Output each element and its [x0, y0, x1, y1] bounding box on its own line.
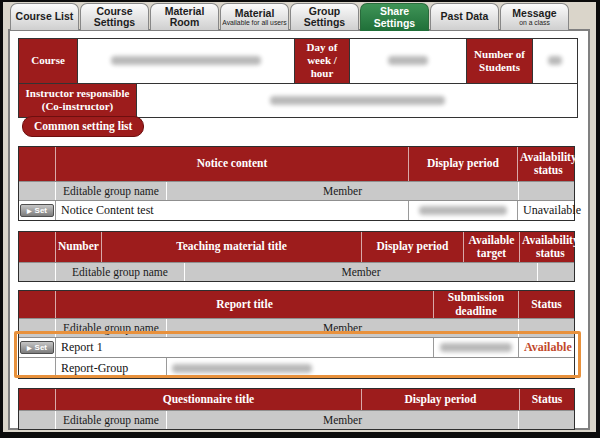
questionnaire-subheader-row: Editable group name Member — [19, 410, 574, 429]
day-of-week-value — [349, 39, 466, 83]
notice-set-button[interactable]: ▶Set — [20, 204, 54, 217]
tab-message[interactable]: Message on a class — [500, 3, 569, 30]
empty-cell — [19, 411, 55, 429]
course-value — [77, 39, 294, 83]
report-title-cell: Report 1 — [55, 338, 433, 357]
report-group-name-cell: Report-Group — [55, 358, 166, 378]
editable-group-name-header: Editable group name — [55, 263, 184, 281]
report-group-member-cell — [166, 358, 574, 378]
tab-course-settings[interactable]: Course Settings — [80, 3, 149, 30]
course-label: Course — [19, 39, 77, 83]
students-value — [532, 39, 577, 83]
play-icon: ▶ — [27, 208, 32, 214]
notice-period-cell — [408, 201, 517, 220]
set-button-label: Set — [35, 206, 47, 215]
redacted-text — [172, 364, 312, 373]
member-header: Member — [166, 182, 518, 200]
report-group-row: Report-Group — [19, 357, 574, 378]
display-period-header: Display period — [408, 147, 517, 181]
instructor-value — [136, 84, 577, 117]
empty-cell — [19, 182, 55, 200]
tab-share-settings[interactable]: Share Settings — [360, 3, 429, 31]
empty-header-cell — [19, 291, 55, 318]
editable-group-name-header: Editable group name — [55, 319, 166, 337]
set-button-label: Set — [35, 343, 47, 352]
empty-cell — [518, 182, 574, 200]
report-status-cell: Available — [518, 338, 577, 357]
redacted-text — [111, 56, 261, 65]
material-header-row: Number Teaching material title Display p… — [19, 232, 574, 262]
redacted-text — [270, 96, 445, 105]
notice-subheader-row: Editable group name Member — [19, 181, 574, 200]
questionnaire-header-row: Questionnaire title Display period Statu… — [19, 389, 574, 410]
common-setting-list-button[interactable]: Common setting list — [22, 116, 144, 137]
tab-label: Course Settings — [81, 6, 148, 28]
empty-cell — [518, 319, 574, 337]
instructor-label: Instructor responsible (Co-instructor) — [19, 84, 136, 117]
editable-group-name-header: Editable group name — [55, 182, 166, 200]
empty-cell — [19, 319, 55, 337]
set-cell: ▶Set — [19, 201, 55, 220]
tab-past-data[interactable]: Past Data — [430, 3, 499, 30]
empty-header-cell — [19, 147, 55, 181]
tab-label: Material Room — [151, 6, 218, 28]
member-header: Member — [166, 319, 518, 337]
material-title-header: Teaching material title — [101, 232, 361, 262]
submission-deadline-header: Submission deadline — [433, 291, 518, 318]
empty-cell — [19, 263, 55, 281]
empty-header-cell — [19, 232, 55, 262]
tab-label: Course List — [16, 11, 74, 22]
tab-material[interactable]: Material Available for all users — [220, 3, 289, 30]
report-subheader-row: Editable group name Member — [19, 318, 574, 337]
status-header: Status — [519, 389, 574, 410]
tab-sublabel: on a class — [519, 19, 550, 26]
tab-sublabel: Available for all users — [222, 19, 286, 26]
report-data-row: ▶Set Report 1 Available — [19, 337, 574, 357]
empty-cell — [19, 358, 55, 378]
teaching-material-table: Number Teaching material title Display p… — [18, 231, 575, 282]
display-period-header: Display period — [361, 232, 463, 262]
empty-header-cell — [19, 389, 55, 410]
tab-course-list[interactable]: Course List — [10, 3, 79, 30]
course-info-row-1: Course Day of week / hour Number of Stud… — [19, 39, 577, 83]
report-set-button[interactable]: ▶Set — [20, 341, 54, 354]
report-deadline-cell — [433, 338, 518, 357]
availability-status-header: Availability status — [517, 147, 579, 181]
notice-data-row: ▶Set Notice Content test Unavailable — [19, 200, 574, 220]
course-info-table: Course Day of week / hour Number of Stud… — [18, 38, 578, 118]
empty-cell — [537, 263, 574, 281]
report-header-row: Report title Submission deadline Status — [19, 291, 574, 318]
tab-group-settings[interactable]: Group Settings — [290, 3, 359, 30]
member-header: Member — [184, 263, 537, 281]
set-cell: ▶Set — [19, 338, 55, 357]
display-period-header: Display period — [361, 389, 519, 410]
notice-status-cell: Unavailable — [517, 201, 586, 220]
redacted-text — [548, 56, 562, 65]
availability-status-header: Availability status — [519, 232, 581, 262]
report-title-header: Report title — [55, 291, 433, 318]
status-header: Status — [518, 291, 574, 318]
tab-label: Past Data — [441, 11, 489, 22]
notice-content-header: Notice content — [55, 147, 408, 181]
tab-material-room[interactable]: Material Room — [150, 3, 219, 30]
play-icon: ▶ — [27, 345, 32, 351]
questionnaire-title-header: Questionnaire title — [55, 389, 361, 410]
notice-header-row: Notice content Display period Availabili… — [19, 147, 574, 181]
redacted-text — [388, 56, 428, 65]
students-label: Number of Students — [466, 39, 532, 83]
notice-table: Notice content Display period Availabili… — [18, 146, 575, 221]
empty-cell — [518, 411, 574, 429]
questionnaire-table: Questionnaire title Display period Statu… — [18, 388, 575, 430]
editable-group-name-header: Editable group name — [55, 411, 166, 429]
tab-label: Group Settings — [291, 6, 358, 28]
number-header: Number — [55, 232, 101, 262]
course-info-row-2: Instructor responsible (Co-instructor) — [19, 83, 577, 117]
available-target-header: Available target — [463, 232, 519, 262]
tab-label: Material — [235, 8, 275, 19]
redacted-text — [419, 206, 507, 215]
tab-label: Share Settings — [361, 6, 428, 28]
notice-title-cell: Notice Content test — [55, 201, 408, 220]
redacted-text — [440, 343, 512, 352]
share-settings-page: Course List Course Settings Material Roo… — [0, 0, 600, 444]
member-header: Member — [166, 411, 518, 429]
